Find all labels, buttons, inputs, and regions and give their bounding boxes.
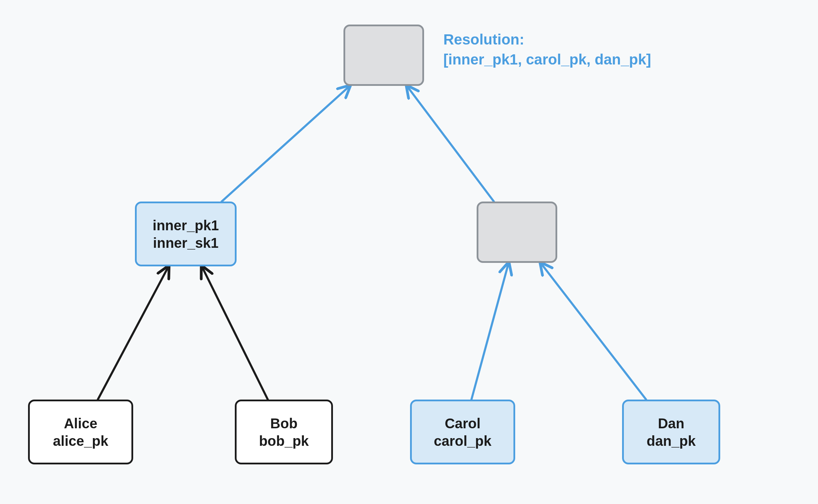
node-bob-line1: Bob: [270, 415, 298, 432]
node-inner-left-line1: inner_pk1: [153, 217, 219, 234]
edge-carol-to-innerR: [471, 263, 509, 400]
node-alice: Alice alice_pk: [28, 400, 133, 464]
node-alice-line1: Alice: [64, 415, 97, 432]
node-inner-left-line2: inner_sk1: [153, 234, 219, 252]
node-bob-line2: bob_pk: [259, 432, 309, 450]
node-bob: Bob bob_pk: [235, 400, 333, 464]
node-carol-line2: carol_pk: [434, 432, 492, 450]
edge-dan-to-innerR: [541, 263, 646, 400]
node-carol: Carol carol_pk: [410, 400, 515, 464]
edge-alice-to-innerL: [98, 266, 169, 400]
node-inner-left: inner_pk1 inner_sk1: [135, 202, 237, 266]
resolution-line1: Resolution:: [443, 31, 524, 48]
node-dan-line2: dan_pk: [647, 432, 696, 450]
resolution-line2: [inner_pk1, carol_pk, dan_pk]: [443, 51, 651, 68]
edge-innerR-to-root: [407, 86, 494, 202]
node-carol-line1: Carol: [445, 415, 480, 432]
edge-innerL-to-root: [221, 86, 350, 202]
node-root: [343, 25, 424, 86]
resolution-annotation: Resolution: [inner_pk1, carol_pk, dan_pk…: [443, 30, 651, 69]
node-dan-line1: Dan: [658, 415, 684, 432]
diagram-canvas: inner_pk1 inner_sk1 Alice alice_pk Bob b…: [0, 0, 818, 504]
node-inner-right: [477, 202, 557, 263]
node-alice-line2: alice_pk: [53, 432, 108, 450]
edge-bob-to-innerL: [202, 266, 268, 400]
node-dan: Dan dan_pk: [622, 400, 720, 464]
